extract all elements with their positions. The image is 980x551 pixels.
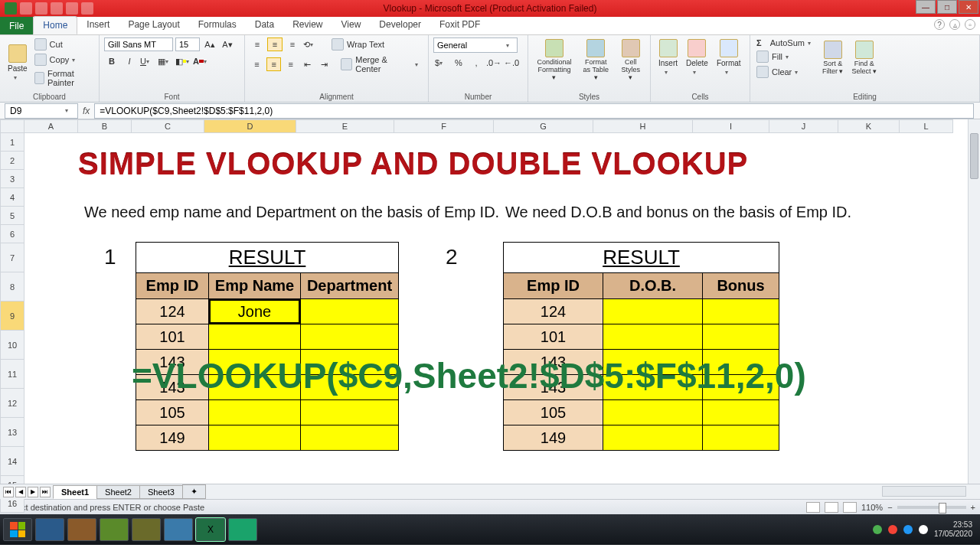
sort-filter-button[interactable]: Sort &Filter ▾ — [819, 39, 847, 77]
delete-cells-button[interactable]: Delete▾ — [683, 37, 711, 77]
name-box[interactable]: D9▾ — [5, 103, 78, 119]
indent-inc-button[interactable]: ⇥ — [317, 57, 332, 71]
tab-foxit-pdf[interactable]: Foxit PDF — [430, 16, 489, 34]
ribbon-opts-icon[interactable]: ▫ — [965, 19, 975, 30]
currency-button[interactable]: $▾ — [433, 56, 449, 70]
zoom-in-button[interactable]: + — [971, 503, 975, 512]
sheet-tab-sheet3[interactable]: Sheet3 — [139, 485, 183, 499]
bold-button[interactable]: B — [104, 54, 119, 68]
scroll-thumb[interactable] — [970, 133, 978, 179]
autosum-button[interactable]: Σ AutoSum▾ — [755, 37, 817, 48]
tab-review[interactable]: Review — [283, 16, 332, 34]
tab-nav-prev[interactable]: ◀ — [15, 487, 26, 497]
tab-formulas[interactable]: Formulas — [189, 16, 246, 34]
row-header-1[interactable]: 1 — [0, 133, 24, 152]
row-header-13[interactable]: 13 — [0, 418, 24, 447]
tab-data[interactable]: Data — [246, 16, 283, 34]
align-left-button[interactable]: ≡ — [250, 57, 264, 71]
insert-cells-button[interactable]: Insert▾ — [655, 37, 681, 77]
percent-button[interactable]: % — [451, 56, 466, 70]
col-header-J[interactable]: J — [769, 119, 838, 133]
col-header-K[interactable]: K — [838, 119, 900, 133]
border-button[interactable]: ▦▾ — [157, 54, 172, 68]
underline-button[interactable]: U▾ — [139, 54, 155, 68]
zoom-slider[interactable] — [897, 506, 966, 509]
qat-undo-icon[interactable] — [35, 2, 47, 15]
file-tab[interactable]: File — [0, 17, 33, 34]
col-header-L[interactable]: L — [900, 119, 953, 133]
qat-customize-icon[interactable] — [81, 2, 93, 15]
align-middle-button[interactable]: ≡ — [267, 37, 283, 51]
format-as-table-button[interactable]: Formatas Table ▾ — [578, 37, 614, 83]
tab-nav-next[interactable]: ▶ — [28, 487, 38, 497]
col-header-I[interactable]: I — [693, 119, 769, 133]
clock[interactable]: 23:53 17/05/2020 — [934, 520, 972, 539]
grow-font-button[interactable]: A▴ — [202, 37, 217, 51]
format-painter-button[interactable]: Format Painter — [33, 68, 94, 88]
tab-view[interactable]: View — [332, 16, 371, 34]
row-header-9[interactable]: 9 — [0, 302, 24, 331]
formula-input[interactable]: =VLOOKUP($C9,Sheet2!$D$5:$F$11,2,0) — [94, 103, 974, 119]
new-sheet-button[interactable]: ✦ — [182, 484, 206, 499]
horizontal-scrollbar[interactable] — [882, 486, 966, 497]
font-color-button[interactable]: A▾ — [192, 54, 207, 68]
col-header-G[interactable]: G — [494, 119, 593, 133]
close-button[interactable]: ✕ — [959, 0, 978, 14]
merge-center-button[interactable]: Merge & Center▾ — [339, 54, 423, 74]
italic-button[interactable]: I — [122, 54, 137, 68]
taskbar-excel[interactable]: X — [196, 518, 225, 541]
wrap-text-button[interactable]: Wrap Text — [330, 37, 386, 51]
paste-button[interactable]: Paste ▾ — [5, 43, 31, 83]
row-header-11[interactable]: 11 — [0, 360, 24, 389]
worksheet-grid[interactable]: ABCDEFGHIJKL 12345678910111213141516 SIM… — [0, 119, 980, 484]
align-center-button[interactable]: ≡ — [266, 57, 281, 71]
taskbar-app-1[interactable] — [35, 518, 64, 541]
ribbon-min-icon[interactable]: ▵ — [949, 19, 960, 30]
view-normal-button[interactable] — [806, 502, 820, 513]
row-header-14[interactable]: 14 — [0, 447, 24, 476]
col-header-C[interactable]: C — [132, 119, 204, 133]
col-header-E[interactable]: E — [296, 119, 394, 133]
tab-page-layout[interactable]: Page Layout — [119, 16, 188, 34]
row-header-12[interactable]: 12 — [0, 389, 24, 418]
shrink-font-button[interactable]: A▾ — [220, 37, 235, 51]
minimize-button[interactable]: — — [916, 0, 936, 14]
taskbar-app-5[interactable] — [164, 518, 193, 541]
orientation-button[interactable]: ⟲▾ — [302, 37, 318, 51]
col-header-H[interactable]: H — [593, 119, 693, 133]
comma-button[interactable]: , — [469, 56, 484, 70]
clear-button[interactable]: Clear▾ — [755, 65, 817, 79]
taskbar-app-2[interactable] — [67, 518, 96, 541]
vertical-scrollbar[interactable] — [968, 119, 980, 484]
tray-icon[interactable] — [888, 525, 897, 534]
tray-icon[interactable] — [903, 525, 913, 534]
qat-print-icon[interactable] — [66, 2, 78, 15]
select-all-corner[interactable] — [0, 119, 24, 133]
tray-icon[interactable] — [873, 525, 882, 534]
fill-button[interactable]: Fill▾ — [755, 50, 817, 64]
tab-nav-last[interactable]: ⏭ — [40, 487, 51, 497]
tab-nav-first[interactable]: ⏮ — [3, 487, 14, 497]
zoom-out-button[interactable]: − — [887, 503, 892, 512]
sheet-tab-sheet1[interactable]: Sheet1 — [53, 485, 97, 499]
start-button[interactable] — [3, 518, 32, 541]
row-header-2[interactable]: 2 — [0, 152, 24, 170]
col-header-B[interactable]: B — [78, 119, 132, 133]
col-header-A[interactable]: A — [24, 119, 78, 133]
dec-decimal-button[interactable]: ←.0 — [504, 56, 519, 70]
row-header-10[interactable]: 10 — [0, 331, 24, 360]
fill-color-button[interactable]: ◧▾ — [175, 54, 190, 68]
align-top-button[interactable]: ≡ — [250, 37, 265, 51]
row-header-6[interactable]: 6 — [0, 225, 24, 243]
qat-save-icon[interactable] — [20, 2, 32, 15]
qat-redo-icon[interactable] — [51, 2, 63, 15]
format-cells-button[interactable]: Format▾ — [714, 37, 744, 77]
copy-button[interactable]: Copy▾ — [33, 53, 94, 67]
font-size-input[interactable] — [175, 37, 200, 51]
taskbar-app-4[interactable] — [132, 518, 161, 541]
view-layout-button[interactable] — [825, 502, 838, 513]
col-header-F[interactable]: F — [394, 119, 494, 133]
help-icon[interactable]: ? — [934, 19, 945, 30]
tab-home[interactable]: Home — [33, 16, 77, 34]
font-name-input[interactable] — [104, 37, 173, 51]
